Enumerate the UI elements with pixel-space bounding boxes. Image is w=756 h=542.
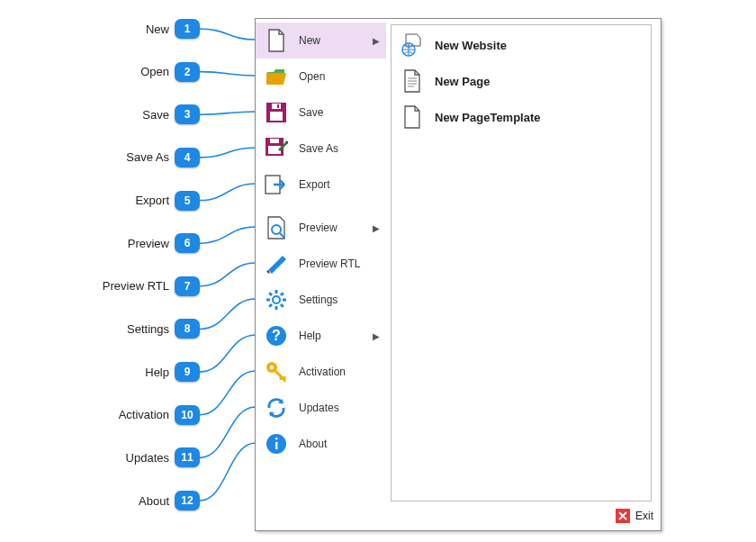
callout-label: Preview RTL (103, 279, 169, 293)
saveas-icon (265, 137, 288, 160)
submenu-item-new-template[interactable]: New PageTemplate (392, 99, 651, 135)
chevron-right-icon: ▶ (372, 23, 381, 59)
callout-label: Settings (127, 322, 169, 336)
open-icon (265, 65, 288, 88)
callout-5: Export5 (0, 190, 200, 212)
svg-rect-24 (275, 438, 277, 439)
submenu-label: New Page (435, 75, 490, 88)
callout-label: About (139, 494, 169, 508)
menu-label-settings: Settings (299, 294, 338, 306)
submenu-label: New Website (435, 39, 507, 52)
callout-badge: 5 (175, 191, 200, 211)
menu-item-saveas[interactable]: Save As (256, 131, 386, 167)
callout-label: Updates (126, 451, 169, 465)
svg-line-11 (281, 304, 284, 307)
help-icon: ? (265, 324, 288, 348)
svg-line-17 (281, 293, 284, 295)
settings-icon (265, 288, 288, 312)
callout-2: Open2 (0, 61, 200, 83)
callout-label: Activation (119, 408, 169, 421)
menu-label-activation: Activation (299, 366, 346, 378)
svg-rect-1 (270, 112, 283, 121)
callout-badge: 9 (175, 362, 200, 382)
callout-badge: 10 (175, 405, 200, 425)
callout-label: Preview (128, 237, 169, 250)
new-submenu: New WebsiteNew PageNew PageTemplate (391, 24, 652, 501)
menu-item-export[interactable]: Export (256, 167, 386, 203)
menu-item-about[interactable]: About (256, 426, 386, 462)
about-icon (265, 432, 288, 456)
menu-label-about: About (299, 438, 327, 450)
menu-label-export: Export (299, 178, 330, 191)
menu-label-help: Help (299, 330, 321, 342)
svg-point-21 (270, 366, 274, 369)
callout-1: New1 (0, 18, 200, 40)
save-icon (265, 101, 288, 124)
menu-item-settings[interactable]: Settings (256, 282, 386, 318)
callout-label: New (146, 23, 169, 36)
callout-7: Preview RTL7 (0, 276, 200, 297)
menu-item-save[interactable]: Save (256, 95, 386, 131)
chevron-right-icon: ▶ (372, 210, 381, 246)
menu-label-previewrtl: Preview RTL (299, 257, 360, 270)
submenu-label: New PageTemplate (435, 111, 541, 124)
close-icon (616, 509, 630, 523)
callout-badge: 3 (175, 104, 200, 124)
callout-3: Save3 (0, 104, 200, 125)
callout-8: Settings8 (0, 318, 200, 339)
new-website-icon (400, 33, 424, 57)
menu-item-new[interactable]: New▶ (256, 23, 386, 59)
svg-line-15 (269, 293, 272, 295)
menu-item-open[interactable]: Open (256, 59, 386, 95)
menu-label-save: Save (299, 106, 323, 119)
callout-10: Activation10 (0, 404, 200, 426)
svg-rect-6 (270, 139, 279, 143)
menu-label-open: Open (299, 70, 325, 83)
menu-label-updates: Updates (299, 402, 339, 414)
callout-badge: 12 (175, 491, 200, 510)
callout-11: Updates11 (0, 447, 200, 468)
menu-label-saveas: Save As (299, 142, 338, 155)
preview-icon (265, 216, 288, 239)
callout-12: About12 (0, 490, 200, 511)
menu-label-preview: Preview (299, 221, 338, 234)
callout-label: Export (135, 194, 169, 207)
callout-6: Preview6 (0, 232, 200, 254)
new-page-icon (400, 69, 424, 93)
menu-item-help[interactable]: ?Help▶ (256, 318, 386, 354)
callout-label: Help (145, 366, 169, 379)
activation-icon (265, 360, 288, 384)
svg-text:?: ? (272, 328, 281, 343)
chevron-right-icon: ▶ (372, 318, 381, 354)
svg-point-9 (273, 296, 280, 303)
file-menu-panel: New▶OpenSaveSave AsExportPreview▶Preview… (255, 18, 662, 531)
previewrtl-icon (265, 252, 288, 276)
menu-item-updates[interactable]: Updates (256, 390, 386, 426)
exit-label: Exit (635, 510, 653, 522)
exit-button[interactable]: Exit (616, 507, 653, 525)
callout-badge: 8 (175, 319, 200, 339)
svg-rect-2 (272, 104, 281, 109)
menu-label-new: New (299, 34, 320, 47)
submenu-item-new-website[interactable]: New Website (392, 27, 651, 63)
callout-badge: 7 (175, 276, 200, 296)
new-icon (265, 29, 288, 52)
svg-line-13 (269, 304, 272, 307)
stage: New1Open2Save3Save As4Export5Preview6Pre… (0, 0, 756, 542)
callout-badge: 2 (175, 62, 200, 82)
callout-badge: 6 (175, 233, 200, 253)
menu-column: New▶OpenSaveSave AsExportPreview▶Preview… (256, 23, 386, 505)
menu-item-preview[interactable]: Preview▶ (256, 210, 386, 246)
updates-icon (265, 396, 288, 420)
connector-lines (200, 0, 256, 542)
callout-9: Help9 (0, 361, 200, 383)
submenu-item-new-page[interactable]: New Page (392, 63, 651, 99)
callout-4: Save As4 (0, 147, 200, 168)
svg-rect-23 (275, 442, 277, 449)
menu-item-previewrtl[interactable]: Preview RTL (256, 246, 386, 282)
callout-badge: 4 (175, 148, 200, 167)
callout-label: Open (140, 65, 169, 78)
new-template-icon (400, 105, 424, 129)
menu-item-activation[interactable]: Activation (256, 354, 386, 390)
callout-badge: 1 (175, 19, 200, 39)
